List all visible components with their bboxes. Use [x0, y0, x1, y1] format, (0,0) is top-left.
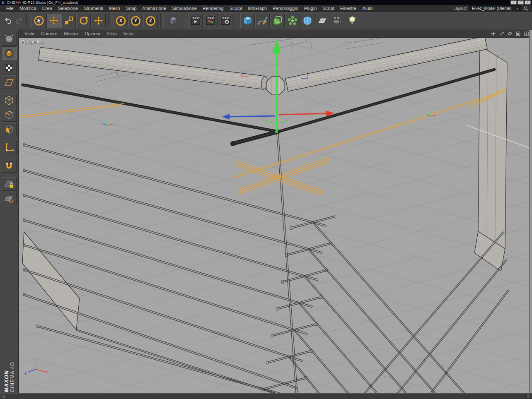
- workplane-mode-button[interactable]: [2, 75, 17, 89]
- panel-layout-button[interactable]: [523, 30, 530, 37]
- viewport-menu-viste[interactable]: Viste: [21, 30, 38, 37]
- add-camera-button[interactable]: [330, 14, 344, 28]
- menu-animazione[interactable]: Animazione: [140, 5, 169, 12]
- move-icon: [93, 15, 104, 26]
- pan-view-button[interactable]: [490, 30, 496, 37]
- coordinate-system-button[interactable]: [166, 14, 180, 28]
- live-selection-tool[interactable]: [31, 14, 46, 28]
- application-window: CINEMA 4D R16 Studio [Gd_F4r_scuderia] –…: [0, 0, 532, 399]
- menu-sculpt[interactable]: Sculpt: [227, 5, 245, 12]
- add-mograph-button[interactable]: [285, 14, 300, 28]
- render-settings-button[interactable]: [218, 14, 232, 28]
- render-view-button[interactable]: [188, 14, 203, 28]
- world-axis-hud: Y X Z: [23, 353, 52, 376]
- resize-grip[interactable]: [526, 394, 531, 399]
- orbit-view-button[interactable]: [506, 30, 513, 37]
- main-toolbar: XYZ: [0, 12, 532, 29]
- polygons-mode-icon: [4, 125, 14, 135]
- axis-x-lock-icon: X: [116, 16, 126, 26]
- title-bar: CINEMA 4D R16 Studio [Gd_F4r_scuderia] –…: [0, 0, 532, 5]
- menu-crea[interactable]: Crea: [39, 5, 55, 12]
- axis-z-label: Z: [24, 371, 27, 375]
- layout-value: Fikez_Model (Utente): [472, 6, 512, 11]
- menu-snap[interactable]: Snap: [123, 5, 140, 12]
- menu-script[interactable]: Script: [320, 5, 337, 12]
- menu-aiuto[interactable]: Aiuto: [359, 5, 375, 12]
- lock-y-axis-button[interactable]: Y: [128, 14, 143, 28]
- rotate-icon: [78, 15, 89, 26]
- add-spline-button[interactable]: [255, 14, 270, 28]
- viewport[interactable]: Prospettiva Y X Z: [19, 38, 529, 393]
- selection-cursor-icon: [34, 15, 44, 26]
- menu-strumenti[interactable]: Strumenti: [81, 5, 106, 12]
- minimize-button[interactable]: –: [510, 0, 517, 5]
- move-tool[interactable]: [46, 14, 61, 28]
- polygons-mode-button[interactable]: [2, 123, 17, 136]
- add-generator-button[interactable]: [270, 14, 285, 28]
- toggle-view-button[interactable]: [515, 30, 521, 37]
- enable-snap-button[interactable]: [2, 159, 17, 173]
- menu-mesh[interactable]: Mesh: [106, 5, 123, 12]
- axis-y-lock-icon: Y: [131, 16, 140, 26]
- undo-button[interactable]: [3, 16, 13, 26]
- menu-bar: FileModificaCreaSelezioneStrumentiMeshSn…: [0, 5, 532, 12]
- undo-icon: [4, 17, 12, 25]
- menu-finestre[interactable]: Finestre: [337, 5, 360, 12]
- rotate-tool[interactable]: [76, 14, 91, 28]
- viewport-menu-mostra[interactable]: Mostra: [60, 30, 81, 37]
- close-button[interactable]: ×: [525, 0, 531, 5]
- menu-simulazione[interactable]: Simulazione: [169, 5, 200, 12]
- cloner-icon: [287, 15, 298, 26]
- menu-mograph[interactable]: MoGraph: [245, 5, 270, 12]
- workplane-lock-icon: [4, 179, 14, 189]
- add-deformer-button[interactable]: [300, 14, 314, 28]
- points-mode-icon: [4, 96, 14, 106]
- menu-personaggio[interactable]: Personaggio: [270, 5, 301, 12]
- points-mode-button[interactable]: [2, 94, 17, 107]
- menu-modifica[interactable]: Modifica: [17, 5, 39, 12]
- workplane-icon: [4, 77, 14, 87]
- axis-z-lock-icon: Z: [146, 16, 155, 26]
- texture-mode-button[interactable]: [2, 61, 17, 75]
- viewport-canvas[interactable]: [19, 38, 529, 393]
- menu-selezione[interactable]: Selezione: [55, 5, 81, 12]
- make-editable-button[interactable]: [2, 32, 17, 46]
- add-light-button[interactable]: [345, 14, 359, 28]
- add-cube-button[interactable]: [240, 14, 255, 28]
- viewport-menu-opzioni[interactable]: Opzioni: [81, 30, 103, 37]
- lock-x-axis-button[interactable]: X: [114, 14, 128, 28]
- viewport-menu-filtro[interactable]: Filtro: [103, 30, 120, 37]
- panel-splitter[interactable]: [529, 30, 532, 393]
- dolly-view-button[interactable]: [498, 30, 505, 37]
- menu-rendering[interactable]: Rendering: [200, 5, 227, 12]
- menu-plugin[interactable]: Plugin: [301, 5, 320, 12]
- lock-workplane-button[interactable]: [2, 177, 17, 191]
- lock-z-axis-button[interactable]: Z: [143, 14, 158, 28]
- render-picture-viewer-button[interactable]: [203, 14, 218, 28]
- viewport-menu-vista[interactable]: Vista: [120, 30, 137, 37]
- cube-icon: [242, 15, 253, 26]
- edges-mode-button[interactable]: [2, 108, 17, 122]
- camera-icon: [332, 15, 343, 26]
- render-settings-icon: [220, 15, 231, 26]
- chevron-down-icon: ▾: [517, 7, 518, 10]
- menubar-right: Layout: Fikez_Model (Utente) ▾: [453, 5, 532, 11]
- maxon-logo-text: MAXON: [3, 362, 10, 392]
- window-buttons: – □ ×: [510, 0, 531, 5]
- planar-workplane-button[interactable]: [2, 192, 17, 205]
- recent-tool-move[interactable]: [91, 14, 106, 28]
- axis-mode-button[interactable]: [2, 141, 17, 154]
- search-icon[interactable]: [523, 6, 529, 11]
- workplane-rotate-icon: [4, 194, 14, 204]
- menu-file[interactable]: File: [3, 5, 17, 12]
- layout-dropdown[interactable]: Fikez_Model (Utente) ▾: [469, 5, 521, 11]
- add-environment-button[interactable]: [315, 14, 329, 28]
- mode-palette: [0, 30, 19, 393]
- redo-button[interactable]: [14, 16, 24, 26]
- model-mode-button[interactable]: [2, 46, 17, 60]
- scale-tool[interactable]: [61, 14, 76, 28]
- spline-pen-icon: [257, 15, 268, 26]
- texture-mode-icon: [4, 63, 14, 73]
- viewport-menu-camere[interactable]: Camere: [38, 30, 60, 37]
- maximize-button[interactable]: □: [517, 0, 524, 5]
